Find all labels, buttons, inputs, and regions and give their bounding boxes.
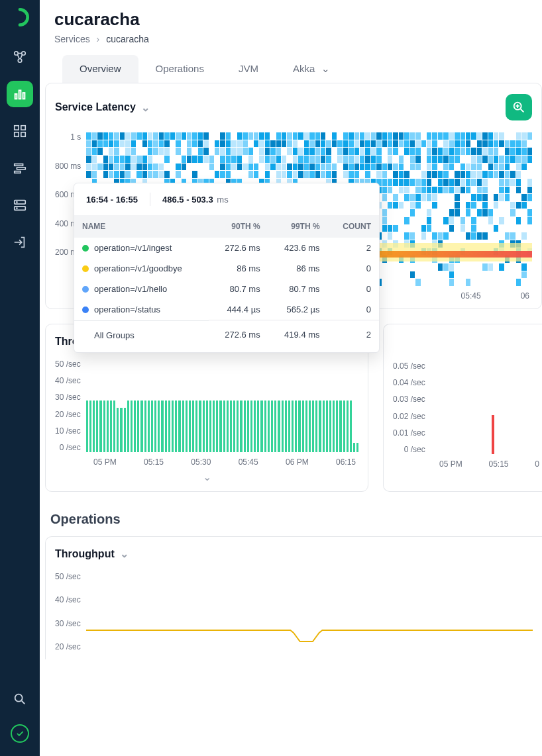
logo-icon bbox=[11, 8, 29, 29]
nav-hosts-icon[interactable] bbox=[7, 192, 33, 218]
main: cucaracha Services › cucaracha Overview … bbox=[40, 0, 542, 756]
chevron-down-icon[interactable]: ⌄ bbox=[55, 471, 358, 483]
errors-plot[interactable] bbox=[431, 361, 542, 454]
latency-heading: Service Latency ⌄ bbox=[55, 101, 150, 114]
svg-rect-10 bbox=[15, 164, 23, 166]
tooltip-time-window: 16:54 - 16:55 bbox=[86, 195, 138, 205]
chevron-right-icon: › bbox=[97, 34, 100, 44]
col-p90: 90TH % bbox=[209, 215, 268, 238]
tabs: Overview Operations JVM Akka ⌄ bbox=[54, 55, 527, 83]
analyze-button[interactable] bbox=[506, 94, 532, 120]
breadcrumb-current: cucaracha bbox=[106, 34, 149, 44]
ops-throughput-y-axis: 50 /sec 40 /sec 30 /sec 20 /sec bbox=[55, 572, 86, 651]
svg-point-15 bbox=[17, 202, 17, 203]
svg-point-2 bbox=[18, 59, 22, 63]
tab-operations[interactable]: Operations bbox=[138, 55, 221, 83]
latency-card: Service Latency ⌄ 1 s 800 ms 600 ms 400 … bbox=[45, 83, 542, 309]
nav-traces-icon[interactable] bbox=[7, 155, 33, 181]
tooltip-value-unit: ms bbox=[217, 195, 228, 205]
svg-rect-12 bbox=[15, 171, 21, 173]
chevron-down-icon[interactable]: ⌄ bbox=[141, 101, 150, 114]
tab-jvm[interactable]: JVM bbox=[221, 55, 276, 83]
svg-rect-5 bbox=[23, 93, 25, 99]
header: cucaracha Services › cucaracha Overview … bbox=[40, 0, 542, 83]
search-icon[interactable] bbox=[7, 686, 33, 712]
tooltip-table: NAME 90TH % 99TH % COUNT operation=/v1/i… bbox=[74, 215, 379, 352]
throughput-x-axis: 05 PM 05:15 05:30 05:45 06 PM 06:15 bbox=[55, 457, 358, 467]
nav-dashboards-icon[interactable] bbox=[7, 118, 33, 144]
tab-akka-label: Akka bbox=[293, 63, 315, 74]
svg-rect-4 bbox=[19, 91, 21, 99]
throughput-bar-plot[interactable] bbox=[86, 359, 358, 452]
throughput-y-axis: 50 /sec 40 /sec 30 /sec 20 /sec 10 /sec … bbox=[55, 359, 86, 452]
nav-metrics-icon[interactable] bbox=[7, 81, 33, 107]
tooltip-value: 486.5 - 503.3 bbox=[162, 195, 213, 205]
breadcrumb: Services › cucaracha bbox=[54, 34, 527, 44]
errors-y-axis: 0.05 /sec 0.04 /sec 0.03 /sec 0.02 /sec … bbox=[393, 361, 431, 454]
svg-point-17 bbox=[15, 694, 23, 702]
table-row: operation=/status 444.4 µs565.2 µs0 bbox=[74, 299, 379, 320]
sidebar bbox=[0, 0, 40, 756]
col-count: COUNT bbox=[328, 215, 379, 238]
nav-topology-icon[interactable] bbox=[7, 44, 33, 70]
operations-throughput-heading: Throughput ⌄ bbox=[55, 547, 533, 560]
status-ok-icon[interactable] bbox=[11, 724, 29, 743]
svg-rect-9 bbox=[21, 132, 25, 136]
errors-x-axis: 05 PM 05:15 0 bbox=[393, 459, 542, 469]
svg-rect-6 bbox=[15, 126, 19, 130]
svg-rect-11 bbox=[17, 167, 25, 169]
table-row-footer: All Groups 272.6 ms419.4 ms2 bbox=[74, 320, 379, 352]
svg-rect-8 bbox=[15, 132, 19, 136]
table-row: operation=/v1/ingest 272.6 ms423.6 ms2 bbox=[74, 238, 379, 258]
svg-rect-7 bbox=[21, 126, 25, 130]
col-name: NAME bbox=[74, 215, 209, 238]
ops-throughput-line-plot[interactable] bbox=[86, 572, 533, 651]
chevron-down-icon[interactable]: ⌄ bbox=[120, 547, 129, 560]
breadcrumb-root[interactable]: Services bbox=[54, 34, 90, 44]
operations-throughput-card: Throughput ⌄ 50 /sec 40 /sec 30 /sec 20 … bbox=[45, 536, 542, 659]
tab-overview[interactable]: Overview bbox=[62, 55, 138, 83]
nav-login-icon[interactable] bbox=[7, 229, 33, 256]
col-p99: 99TH % bbox=[268, 215, 328, 238]
page-title: cucaracha bbox=[54, 9, 527, 30]
table-row: operation=/v1/goodbye 86 ms86 ms0 bbox=[74, 258, 379, 279]
table-row: operation=/v1/hello 80.7 ms80.7 ms0 bbox=[74, 279, 379, 299]
chevron-down-icon: ⌄ bbox=[321, 63, 330, 74]
tab-akka[interactable]: Akka ⌄ bbox=[276, 55, 348, 83]
svg-point-16 bbox=[17, 208, 17, 209]
errors-card: 0.05 /sec 0.04 /sec 0.03 /sec 0.02 /sec … bbox=[383, 324, 542, 492]
latency-tooltip: 16:54 - 16:55 486.5 - 503.3 ms NAME 90TH… bbox=[74, 183, 380, 353]
svg-rect-3 bbox=[15, 94, 17, 99]
operations-section-title: Operations bbox=[50, 512, 542, 527]
